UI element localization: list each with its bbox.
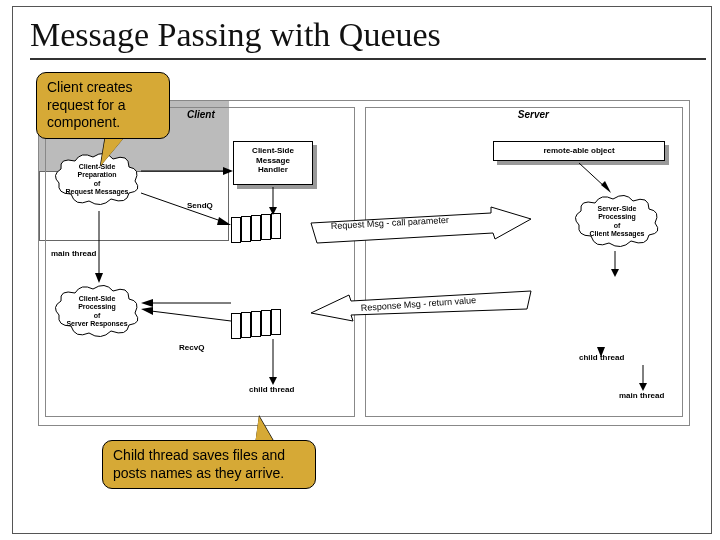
svg-marker-3 bbox=[223, 167, 233, 175]
arrow-handler-to-proc bbox=[141, 295, 233, 313]
cloud-server-processing-text: Server-Side Processing of Client Message… bbox=[573, 205, 661, 239]
request-message-arrow: Request Msg - call parameter bbox=[311, 209, 531, 243]
callout-client-creates: Client creates request for a component. bbox=[36, 72, 170, 139]
cloud-client-processing: Client-Side Processing of Server Respons… bbox=[51, 281, 143, 341]
box-message-handler: Client-Side Message Handler bbox=[233, 141, 313, 185]
box-remote-object: remote-able object bbox=[493, 141, 665, 161]
slide-title: Message Passing with Queues bbox=[30, 16, 441, 54]
svg-marker-11 bbox=[95, 273, 103, 283]
arrow-child-thread-server bbox=[595, 345, 607, 363]
svg-marker-15 bbox=[269, 377, 277, 385]
cloud-client-preparation-text: Client-Side Preparation of Request Messa… bbox=[53, 163, 141, 197]
diagram-frame: Client Server Client-Side Preparation of… bbox=[38, 100, 690, 426]
svg-marker-9 bbox=[141, 299, 153, 307]
arrow-child-thread-client bbox=[267, 339, 279, 389]
arrow-main-thread-server bbox=[637, 365, 649, 395]
svg-line-4 bbox=[141, 193, 221, 221]
server-label: Server bbox=[518, 109, 549, 120]
arrow-prep-to-sendq bbox=[141, 191, 233, 231]
arrow-prep-to-handler bbox=[141, 163, 233, 181]
arrow-remote-to-servercloud bbox=[575, 163, 615, 197]
recvq-label: RecvQ bbox=[179, 343, 204, 352]
callout-child-thread-saves: Child thread saves files and posts names… bbox=[102, 440, 316, 489]
svg-marker-5 bbox=[217, 217, 231, 225]
svg-marker-20 bbox=[597, 347, 605, 357]
client-label: Client bbox=[187, 109, 215, 120]
title-underline bbox=[30, 58, 706, 60]
svg-line-16 bbox=[579, 163, 605, 187]
svg-marker-17 bbox=[601, 181, 611, 193]
arrow-main-thread-client bbox=[93, 211, 105, 287]
svg-marker-22 bbox=[639, 383, 647, 391]
arrow-servercloud-to-procbox bbox=[609, 251, 621, 281]
svg-marker-13 bbox=[269, 207, 277, 215]
cloud-server-processing: Server-Side Processing of Client Message… bbox=[571, 191, 663, 251]
main-thread-client-label: main thread bbox=[51, 249, 96, 258]
svg-marker-19 bbox=[611, 269, 619, 277]
recv-queue bbox=[231, 309, 287, 339]
response-message-arrow: Response Msg - return value bbox=[311, 287, 531, 321]
cloud-client-processing-text: Client-Side Processing of Server Respons… bbox=[53, 295, 141, 329]
arrow-handler-to-sendq bbox=[267, 187, 279, 219]
